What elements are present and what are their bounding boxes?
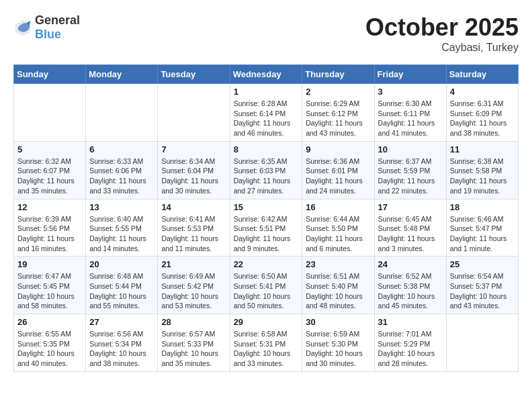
page-header: General Blue October 2025 Caybasi, Turke…: [13, 13, 519, 54]
calendar-cell: 14Sunrise: 6:41 AM Sunset: 5:53 PM Dayli…: [158, 199, 230, 257]
day-number: 25: [450, 259, 515, 269]
calendar-table: SundayMondayTuesdayWednesdayThursdayFrid…: [13, 64, 519, 372]
day-info: Sunrise: 6:44 AM Sunset: 5:50 PM Dayligh…: [306, 214, 370, 254]
day-info: Sunrise: 6:31 AM Sunset: 6:09 PM Dayligh…: [450, 99, 515, 138]
location-title: Caybasi, Turkey: [365, 42, 519, 54]
month-title: October 2025: [365, 13, 519, 42]
day-number: 28: [161, 317, 226, 327]
day-info: Sunrise: 6:55 AM Sunset: 5:35 PM Dayligh…: [17, 329, 82, 369]
day-number: 12: [17, 202, 82, 212]
calendar-cell: 3Sunrise: 6:30 AM Sunset: 6:11 PM Daylig…: [374, 84, 446, 142]
day-info: Sunrise: 6:28 AM Sunset: 6:14 PM Dayligh…: [234, 99, 299, 138]
day-number: 3: [378, 87, 443, 97]
calendar-cell: 22Sunrise: 6:50 AM Sunset: 5:41 PM Dayli…: [230, 257, 302, 314]
calendar-cell: 2Sunrise: 6:29 AM Sunset: 6:12 PM Daylig…: [302, 84, 374, 142]
day-info: Sunrise: 6:41 AM Sunset: 5:53 PM Dayligh…: [161, 214, 226, 254]
day-info: Sunrise: 6:54 AM Sunset: 5:37 PM Dayligh…: [450, 271, 515, 311]
day-number: 16: [306, 202, 370, 212]
weekday-header: Wednesday: [230, 65, 302, 84]
day-number: 26: [17, 317, 82, 327]
calendar-cell: 16Sunrise: 6:44 AM Sunset: 5:50 PM Dayli…: [302, 199, 374, 257]
calendar-cell: 19Sunrise: 6:47 AM Sunset: 5:45 PM Dayli…: [14, 257, 86, 314]
weekday-header: Sunday: [14, 65, 86, 84]
logo-text: General Blue: [35, 13, 80, 42]
calendar-cell: 28Sunrise: 6:57 AM Sunset: 5:33 PM Dayli…: [158, 314, 230, 372]
day-number: 19: [17, 259, 82, 269]
calendar-cell: 13Sunrise: 6:40 AM Sunset: 5:55 PM Dayli…: [86, 199, 158, 257]
day-info: Sunrise: 6:51 AM Sunset: 5:40 PM Dayligh…: [306, 271, 370, 311]
day-number: 10: [378, 144, 443, 154]
day-number: 22: [234, 259, 299, 269]
day-number: 4: [450, 87, 515, 97]
calendar-header-row: SundayMondayTuesdayWednesdayThursdayFrid…: [14, 65, 519, 84]
calendar-cell: 20Sunrise: 6:48 AM Sunset: 5:44 PM Dayli…: [86, 257, 158, 314]
day-number: 18: [450, 202, 515, 212]
calendar-cell: 23Sunrise: 6:51 AM Sunset: 5:40 PM Dayli…: [302, 257, 374, 314]
day-info: Sunrise: 6:35 AM Sunset: 6:03 PM Dayligh…: [234, 156, 299, 196]
day-info: Sunrise: 6:30 AM Sunset: 6:11 PM Dayligh…: [378, 99, 443, 138]
day-info: Sunrise: 6:39 AM Sunset: 5:56 PM Dayligh…: [17, 214, 82, 254]
calendar-cell: 27Sunrise: 6:56 AM Sunset: 5:34 PM Dayli…: [86, 314, 158, 372]
day-number: 27: [89, 317, 154, 327]
calendar-cell: 1Sunrise: 6:28 AM Sunset: 6:14 PM Daylig…: [230, 84, 302, 142]
calendar-cell: [86, 84, 158, 142]
calendar-cell: 26Sunrise: 6:55 AM Sunset: 5:35 PM Dayli…: [14, 314, 86, 372]
day-number: 20: [89, 259, 154, 269]
day-number: 8: [234, 144, 299, 154]
calendar-cell: 30Sunrise: 6:59 AM Sunset: 5:30 PM Dayli…: [302, 314, 374, 372]
day-info: Sunrise: 6:58 AM Sunset: 5:31 PM Dayligh…: [234, 329, 299, 369]
calendar-cell: 6Sunrise: 6:33 AM Sunset: 6:06 PM Daylig…: [86, 141, 158, 199]
day-info: Sunrise: 6:36 AM Sunset: 6:01 PM Dayligh…: [306, 156, 370, 196]
calendar-cell: [158, 84, 230, 142]
calendar-cell: 17Sunrise: 6:45 AM Sunset: 5:48 PM Dayli…: [374, 199, 446, 257]
day-number: 9: [306, 144, 370, 154]
day-info: Sunrise: 6:40 AM Sunset: 5:55 PM Dayligh…: [89, 214, 154, 254]
day-info: Sunrise: 6:29 AM Sunset: 6:12 PM Dayligh…: [306, 99, 370, 138]
day-info: Sunrise: 6:33 AM Sunset: 6:06 PM Dayligh…: [89, 156, 154, 196]
calendar-week-row: 19Sunrise: 6:47 AM Sunset: 5:45 PM Dayli…: [14, 257, 519, 314]
day-info: Sunrise: 6:59 AM Sunset: 5:30 PM Dayligh…: [306, 329, 370, 369]
day-number: 14: [161, 202, 226, 212]
weekday-header: Tuesday: [158, 65, 230, 84]
day-number: 17: [378, 202, 443, 212]
logo: General Blue: [13, 13, 80, 42]
calendar-cell: 5Sunrise: 6:32 AM Sunset: 6:07 PM Daylig…: [14, 141, 86, 199]
calendar-cell: 18Sunrise: 6:46 AM Sunset: 5:47 PM Dayli…: [446, 199, 518, 257]
day-info: Sunrise: 6:32 AM Sunset: 6:07 PM Dayligh…: [17, 156, 82, 196]
day-info: Sunrise: 6:52 AM Sunset: 5:38 PM Dayligh…: [378, 271, 443, 311]
day-info: Sunrise: 6:37 AM Sunset: 5:59 PM Dayligh…: [378, 156, 443, 196]
day-info: Sunrise: 6:57 AM Sunset: 5:33 PM Dayligh…: [161, 329, 226, 369]
calendar-cell: 8Sunrise: 6:35 AM Sunset: 6:03 PM Daylig…: [230, 141, 302, 199]
day-info: Sunrise: 6:47 AM Sunset: 5:45 PM Dayligh…: [17, 271, 82, 311]
day-info: Sunrise: 6:42 AM Sunset: 5:51 PM Dayligh…: [234, 214, 299, 254]
day-info: Sunrise: 6:38 AM Sunset: 5:58 PM Dayligh…: [450, 156, 515, 196]
logo-icon: [13, 18, 32, 37]
day-number: 23: [306, 259, 370, 269]
calendar-cell: 31Sunrise: 7:01 AM Sunset: 5:29 PM Dayli…: [374, 314, 446, 372]
day-info: Sunrise: 6:56 AM Sunset: 5:34 PM Dayligh…: [89, 329, 154, 369]
day-number: 5: [17, 144, 82, 154]
day-number: 29: [234, 317, 299, 327]
day-number: 6: [89, 144, 154, 154]
day-number: 11: [450, 144, 515, 154]
calendar-cell: 15Sunrise: 6:42 AM Sunset: 5:51 PM Dayli…: [230, 199, 302, 257]
calendar-week-row: 5Sunrise: 6:32 AM Sunset: 6:07 PM Daylig…: [14, 141, 519, 199]
logo-general: General: [35, 13, 80, 27]
calendar-cell: 7Sunrise: 6:34 AM Sunset: 6:04 PM Daylig…: [158, 141, 230, 199]
day-info: Sunrise: 6:48 AM Sunset: 5:44 PM Dayligh…: [89, 271, 154, 311]
day-info: Sunrise: 7:01 AM Sunset: 5:29 PM Dayligh…: [378, 329, 443, 369]
day-number: 24: [378, 259, 443, 269]
calendar-cell: 9Sunrise: 6:36 AM Sunset: 6:01 PM Daylig…: [302, 141, 374, 199]
day-number: 7: [161, 144, 226, 154]
calendar-cell: [446, 314, 518, 372]
weekday-header: Thursday: [302, 65, 374, 84]
day-number: 31: [378, 317, 443, 327]
calendar-cell: 29Sunrise: 6:58 AM Sunset: 5:31 PM Dayli…: [230, 314, 302, 372]
weekday-header: Monday: [86, 65, 158, 84]
day-info: Sunrise: 6:50 AM Sunset: 5:41 PM Dayligh…: [234, 271, 299, 311]
logo-blue: Blue: [35, 28, 61, 41]
day-number: 30: [306, 317, 370, 327]
calendar-cell: 21Sunrise: 6:49 AM Sunset: 5:42 PM Dayli…: [158, 257, 230, 314]
calendar-cell: 25Sunrise: 6:54 AM Sunset: 5:37 PM Dayli…: [446, 257, 518, 314]
day-number: 15: [234, 202, 299, 212]
